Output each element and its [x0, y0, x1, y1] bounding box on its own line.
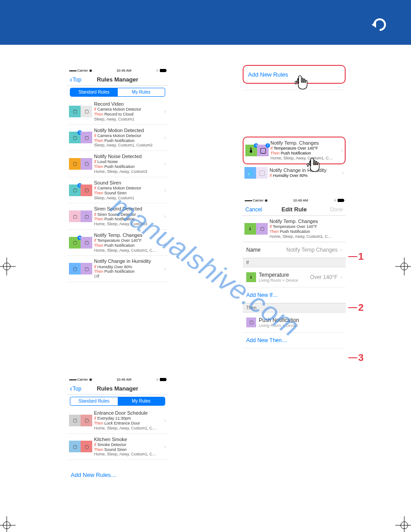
- wifi-icon: ◉: [265, 198, 268, 202]
- carrier-text: Carrier: [77, 69, 88, 73]
- phone-screenshot-edit-rule: ●●●●● Carrier ◉ 10:48 AM ※ Cancel Edit R…: [243, 197, 346, 348]
- rule-modes: Sleep, Away, Custum1: [94, 196, 163, 201]
- rule-row[interactable]: ▢▢Record VideoIf Camera Motion DetectorT…: [67, 99, 168, 125]
- rule-modes: Home, Sleep, Away, Custum1, C…: [94, 248, 163, 253]
- status-bar: ●●●●● Carrier ◉ 10:48 AM ※: [67, 67, 168, 73]
- rule-row[interactable]: ▢3▢Notify Motion DetectedIf Camera Motio…: [67, 125, 168, 151]
- tab-standard-rules[interactable]: Standard Rules: [70, 88, 118, 96]
- humidity-icon: 💧: [244, 167, 256, 179]
- notification-icon: ▢: [246, 317, 256, 327]
- chevron-right-icon: ›: [164, 266, 166, 272]
- tab-my-rules[interactable]: My Rules: [118, 397, 165, 405]
- rule-row-highlighted[interactable]: 4🌡 2▢ Notify Temp. Changes If Temperatur…: [243, 137, 346, 164]
- hand-cursor-icon: [291, 73, 311, 93]
- carrier-text: Carrier: [77, 378, 88, 382]
- nav-bar: ‹Top Rules Manager: [67, 73, 168, 86]
- rule-icon: ▢: [69, 263, 81, 275]
- if-section-header: If: [243, 258, 346, 267]
- rule-row[interactable]: ▢▢Notify Noise DetectedIf Loud NoiseThen…: [67, 151, 168, 177]
- status-time: 10:48 AM: [116, 69, 132, 73]
- rule-icon: ▢: [81, 237, 92, 249]
- thermometer-icon: 🌡: [246, 272, 256, 282]
- done-button[interactable]: Done: [330, 206, 343, 213]
- back-button[interactable]: ‹Top: [70, 385, 81, 393]
- rule-modes: Home, Sleep, Away, Custum3: [94, 169, 163, 174]
- rule-icon: ▢: [81, 210, 92, 222]
- segmented-control: Standard Rules My Rules: [70, 397, 165, 406]
- rule-row[interactable]: ▢4▢Notify Temp. ChangesIf Temperature Ov…: [67, 230, 168, 256]
- rule-icon: ▢: [69, 441, 81, 452]
- callout-label-3: 3: [348, 352, 364, 364]
- status-time: 10:48 AM: [116, 378, 132, 382]
- rule-title: Kitchen Smoke: [94, 437, 163, 442]
- rule-title: Record Video: [94, 101, 163, 107]
- chevron-right-icon: ›: [164, 134, 166, 141]
- rule-row[interactable]: ▢▢Kitchen SmokeIf Smoke DetectorThen Sou…: [67, 434, 168, 460]
- tab-standard-rules[interactable]: Standard Rules: [70, 397, 118, 405]
- nav-title: Rules Manager: [97, 76, 138, 83]
- name-label: Name: [246, 247, 261, 253]
- name-row[interactable]: Name Notify Temp Changes›: [243, 242, 346, 258]
- tab-my-rules[interactable]: My Rules: [118, 88, 165, 96]
- rule-title: Notify Temp. Changes: [270, 219, 344, 224]
- undo-icon[interactable]: [371, 18, 389, 31]
- rule-icon: ▢3: [69, 132, 81, 143]
- bluetooth-icon: ※: [156, 69, 159, 73]
- notification-icon: 2▢: [257, 145, 269, 156]
- rule-title: Notify Noise Detected: [94, 154, 163, 159]
- rule-icon: ▢: [69, 210, 81, 222]
- rule-row[interactable]: ▢▢Notify Change in HumidityIf Humidity O…: [67, 256, 168, 282]
- rule-icon: ▢4: [69, 237, 81, 249]
- if-condition-row[interactable]: 🌡 Temperature Living Room > Device Over …: [243, 267, 346, 287]
- rule-icon: ▢: [69, 158, 81, 170]
- rule-row[interactable]: ▢▢Siren Sound DetectedIf Siren Sound Det…: [67, 203, 168, 230]
- rule-icon: ▢: [81, 132, 92, 143]
- rule-row[interactable]: ▢▢Entrance Door ScheduleIf Everyday 11:3…: [67, 408, 168, 434]
- rule-modes: Sleep, Away, Custum1: [94, 117, 163, 122]
- back-button[interactable]: ‹Top: [70, 76, 81, 84]
- rule-icon: ▢: [69, 415, 81, 426]
- rule-row[interactable]: 💧 ▢ Notify Change in Humidity If Humidit…: [243, 164, 346, 181]
- rule-modes: Off: [94, 274, 163, 279]
- chevron-left-icon: ‹: [70, 76, 72, 84]
- segmented-control: Standard Rules My Rules: [70, 88, 165, 97]
- rule-title: Notify Temp. Changes: [94, 232, 163, 238]
- then-section-header: Then: [243, 303, 346, 313]
- rule-modes: Home, Sleep, Away, Custum1, C…: [94, 452, 163, 457]
- nav-title: Edit Rule: [282, 206, 307, 213]
- thermometer-icon: 🌡: [244, 223, 256, 235]
- then-action-row[interactable]: ▢ Push Notification Living Room > Device: [243, 313, 346, 333]
- rule-modes: Sleep, Away, Custum1, Custum2: [94, 143, 163, 148]
- rule-if-text: Temperature Over 140°F: [274, 146, 318, 150]
- chevron-right-icon: ›: [164, 108, 166, 115]
- callout-label-1: 1: [348, 251, 364, 262]
- add-new-rules-link[interactable]: Add New Rules…: [67, 466, 168, 484]
- rule-icon: ▢: [69, 106, 81, 117]
- rule-title: Notify Change in Humidity: [94, 258, 163, 264]
- chevron-right-icon: ›: [341, 147, 343, 154]
- crop-mark-icon: [395, 516, 411, 532]
- chevron-left-icon: ‹: [70, 385, 72, 393]
- status-time: 10:48 AM: [293, 198, 308, 202]
- rule-icon: ▢: [81, 441, 92, 452]
- cancel-button[interactable]: Cancel: [245, 206, 262, 213]
- rule-row[interactable]: ▢2▢Sound SirenIf Camera Motion DetectorT…: [67, 177, 168, 204]
- status-bar: ●●●●● Carrier ◉ 10:48 AM ※: [243, 197, 346, 203]
- bluetooth-icon: ※: [334, 198, 337, 202]
- chevron-right-icon: ›: [342, 170, 344, 176]
- rule-title: Siren Sound Detected: [94, 206, 163, 212]
- add-new-if-link[interactable]: Add New If…: [243, 287, 346, 303]
- battery-icon: [160, 69, 166, 72]
- rule-icon: ▢: [81, 263, 92, 275]
- add-new-then-link[interactable]: Add New Then…: [243, 333, 346, 348]
- callout-label-2: 2: [348, 302, 364, 313]
- nav-title: Rules Manager: [97, 385, 138, 392]
- crop-mark-icon: [395, 257, 411, 275]
- page-header: [0, 0, 411, 45]
- chevron-right-icon: ›: [340, 274, 342, 280]
- crop-mark-icon: [0, 516, 16, 532]
- rule-modes: Home, Sleep, Away, Custum3: [94, 222, 163, 227]
- chevron-right-icon: ›: [164, 443, 166, 450]
- rule-icon: ▢: [81, 158, 92, 170]
- rule-title: Entrance Door Schedule: [94, 410, 163, 416]
